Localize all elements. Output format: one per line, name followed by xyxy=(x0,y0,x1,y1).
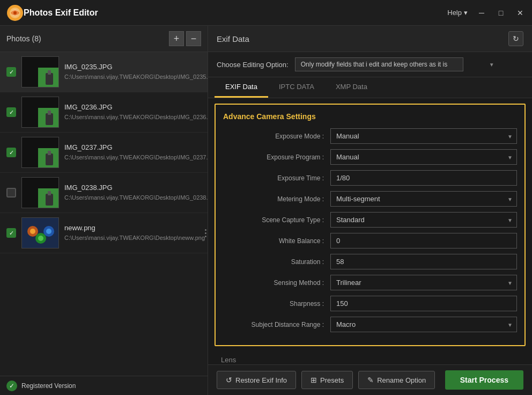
photo-thumbnail xyxy=(21,177,59,208)
photo-checkbox[interactable] xyxy=(6,228,16,238)
minimize-button[interactable]: ─ xyxy=(476,8,487,18)
tab-iptc-data[interactable]: IPTC DATA xyxy=(268,77,325,98)
help-button[interactable]: Help ▾ xyxy=(447,9,468,17)
field-row: Scene Capture Type :StandardLandscapePor… xyxy=(223,212,517,228)
svg-rect-27 xyxy=(48,191,51,195)
app-title: Photos Exif Editor xyxy=(24,8,447,18)
rename-option-button[interactable]: ✎ Rename Option xyxy=(358,371,435,389)
svg-rect-25 xyxy=(22,178,59,188)
photo-name: IMG_0237.JPG xyxy=(64,143,208,151)
content-area: Advance Camera Settings Exposure Mode :M… xyxy=(208,98,532,364)
remove-photo-button[interactable]: − xyxy=(186,31,201,46)
presets-button[interactable]: ⊞ Presets xyxy=(301,371,353,389)
field-input[interactable] xyxy=(330,254,517,269)
field-input[interactable] xyxy=(330,170,517,186)
lens-section-hint: Lens xyxy=(215,353,526,364)
svg-rect-14 xyxy=(46,113,53,125)
field-label: Subject Distance Range : xyxy=(223,321,330,328)
maximize-button[interactable]: □ xyxy=(496,8,506,18)
photos-title: Photos (8) xyxy=(6,34,167,43)
field-row: Metering Mode :Multi-segmentCenter-weigh… xyxy=(223,191,517,207)
field-select[interactable]: TrilinearOne-chip color areaTwo-chip col… xyxy=(330,275,517,290)
photo-list: IMG_0235.JPGC:\Users\mansi.vijay.TWEAKOR… xyxy=(0,52,208,376)
tab-exif-data[interactable]: EXIF Data xyxy=(215,77,268,98)
field-row: Subject Distance Range :MacroClose viewD… xyxy=(223,317,517,332)
photo-path: C:\Users\mansi.vijay.TWEAKORG\Desktop\IM… xyxy=(64,113,208,121)
tab-xmp-data[interactable]: XMP Data xyxy=(325,77,378,98)
svg-rect-13 xyxy=(22,97,59,108)
status-bar: ✓ Registered Version xyxy=(0,376,208,395)
field-label: Sensing Method : xyxy=(223,279,330,287)
field-label: Sharpness : xyxy=(223,300,330,308)
field-select-wrapper: ManualAutoAuto bracket xyxy=(330,128,517,144)
field-select[interactable]: ManualAutoAuto bracket xyxy=(330,128,517,144)
field-label: White Balance : xyxy=(223,237,330,245)
editing-option-bar: Choose Editing Option: Only modify field… xyxy=(208,52,532,77)
field-label: Saturation : xyxy=(223,258,330,266)
photo-thumbnail xyxy=(21,56,59,87)
close-button[interactable]: ✕ xyxy=(515,8,526,18)
rename-label: Rename Option xyxy=(377,376,426,384)
photo-path: C:\Users\mansi.vijay.TWEAKORG\Desktop\IM… xyxy=(64,73,208,81)
photo-list-item[interactable]: IMG_0236.JPGC:\Users\mansi.vijay.TWEAKOR… xyxy=(0,92,208,133)
field-select-wrapper: MacroClose viewDistant viewUnknown xyxy=(330,317,517,332)
photo-path: C:\Users\mansi.vijay.TWEAKORG\Desktop\ne… xyxy=(64,234,205,242)
svg-rect-21 xyxy=(48,151,51,155)
svg-point-3 xyxy=(13,11,17,14)
photo-list-item[interactable]: IMG_0237.JPGC:\Users\mansi.vijay.TWEAKOR… xyxy=(0,133,208,173)
photo-path: C:\Users\mansi.vijay.TWEAKORG\Desktop\IM… xyxy=(64,153,208,162)
restore-exif-button[interactable]: ↺ Restore Exif Info xyxy=(217,371,296,389)
help-chevron-icon: ▾ xyxy=(464,9,468,17)
svg-rect-26 xyxy=(46,194,53,206)
camera-settings-title: Advance Camera Settings xyxy=(223,112,517,121)
start-process-button[interactable]: Start Process xyxy=(445,370,523,390)
field-select[interactable]: MacroClose viewDistant viewUnknown xyxy=(330,317,517,332)
svg-rect-19 xyxy=(22,137,59,148)
photo-info: IMG_0237.JPGC:\Users\mansi.vijay.TWEAKOR… xyxy=(64,143,208,162)
add-photo-button[interactable]: + xyxy=(169,31,184,46)
field-row: Sensing Method :TrilinearOne-chip color … xyxy=(223,275,517,290)
svg-point-32 xyxy=(30,229,35,234)
photo-name: IMG_0236.JPG xyxy=(64,103,208,111)
field-select[interactable]: StandardLandscapePortraitNight scene xyxy=(330,212,517,228)
field-select-wrapper: StandardLandscapePortraitNight scene xyxy=(330,212,517,228)
restore-label: Restore Exif Info xyxy=(235,376,287,384)
title-bar: Photos Exif Editor Help ▾ ─ □ ✕ xyxy=(0,0,532,26)
svg-point-33 xyxy=(46,229,51,234)
photo-info: neww.pngC:\Users\mansi.vijay.TWEAKORG\De… xyxy=(64,224,205,242)
photo-list-item[interactable]: IMG_0235.JPGC:\Users\mansi.vijay.TWEAKOR… xyxy=(0,52,208,92)
field-select[interactable]: ManualNormalAperture priorityShutter pri… xyxy=(330,149,517,165)
photo-name: IMG_0235.JPG xyxy=(64,63,208,71)
photo-name: IMG_0238.JPG xyxy=(64,184,208,192)
photo-list-item[interactable]: IMG_0238.JPGC:\Users\mansi.vijay.TWEAKOR… xyxy=(0,173,208,213)
photo-checkbox[interactable] xyxy=(6,107,16,117)
camera-settings-section: Advance Camera Settings Exposure Mode :M… xyxy=(215,104,526,346)
tabs-bar: EXIF DataIPTC DATAXMP Data xyxy=(208,77,532,98)
photo-info: IMG_0236.JPGC:\Users\mansi.vijay.TWEAKOR… xyxy=(64,103,208,121)
field-row: Saturation : xyxy=(223,254,517,269)
field-input[interactable] xyxy=(330,233,517,248)
field-select-wrapper: TrilinearOne-chip color areaTwo-chip col… xyxy=(330,275,517,290)
registered-icon: ✓ xyxy=(6,381,17,391)
editing-option-select-wrapper: Only modify fields that i edit and keep … xyxy=(295,57,499,71)
field-row: Exposure Program :ManualNormalAperture p… xyxy=(223,149,517,165)
field-select[interactable]: Multi-segmentCenter-weighted averageSpot… xyxy=(330,191,517,207)
field-row: Exposure Mode :ManualAutoAuto bracket xyxy=(223,128,517,144)
photo-name: neww.png xyxy=(64,224,205,232)
editing-option-select[interactable]: Only modify fields that i edit and keep … xyxy=(295,57,463,71)
field-label: Exposure Time : xyxy=(223,174,330,182)
photos-header: Photos (8) + − xyxy=(0,26,208,52)
photo-checkbox[interactable] xyxy=(6,67,16,77)
field-label: Exposure Program : xyxy=(223,153,330,161)
photo-info: IMG_0235.JPGC:\Users\mansi.vijay.TWEAKOR… xyxy=(64,63,208,81)
main-layout: Photos (8) + − IMG_0235.JPGC:\Users\mans… xyxy=(0,26,532,395)
restore-icon: ↺ xyxy=(226,376,232,384)
refresh-button[interactable]: ↻ xyxy=(508,31,523,46)
svg-rect-9 xyxy=(48,70,51,75)
field-input[interactable] xyxy=(330,296,517,311)
photo-list-item[interactable]: neww.pngC:\Users\mansi.vijay.TWEAKORG\De… xyxy=(0,213,208,253)
photo-checkbox[interactable] xyxy=(6,188,16,198)
photo-checkbox[interactable] xyxy=(6,148,16,157)
photo-thumbnail xyxy=(21,137,59,168)
photo-menu-button[interactable] xyxy=(205,226,206,239)
